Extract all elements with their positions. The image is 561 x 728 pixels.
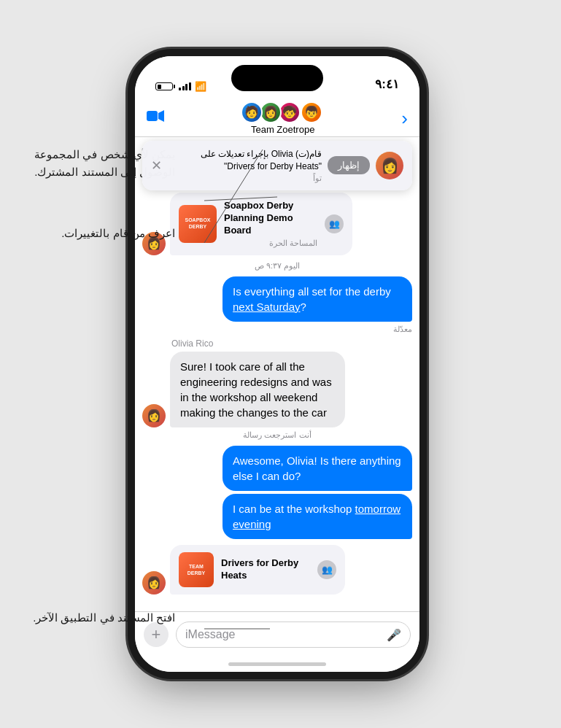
msg-olivia-bubble: Sure! I took care of all the engineering…: [170, 352, 345, 427]
bottom-doc-thumb: TEAMDERBY: [179, 552, 214, 587]
doc-subtitle: المساحة الحرة: [224, 239, 317, 248]
signal-bar-1: [179, 88, 181, 90]
olivia-avatar-2: 👩: [142, 404, 166, 427]
bottom-doc-row: 👩 TEAMDERBY Drivers for Derby Heats 👥: [142, 545, 412, 595]
signal-bars: [179, 82, 191, 90]
bottom-doc-share-icon[interactable]: 👥: [317, 560, 336, 579]
signal-bar-4: [189, 82, 191, 90]
status-icons: 📶: [155, 81, 206, 92]
svg-rect-0: [147, 111, 158, 121]
message-input-wrapper[interactable]: iMessage 🎤: [176, 621, 411, 648]
avatar-4: 👦: [301, 101, 322, 123]
notif-show-button[interactable]: إظهار: [328, 156, 370, 174]
msg-derby-text: Is everything all set for the derby: [233, 285, 391, 298]
nav-chevron[interactable]: ›: [401, 109, 408, 128]
edited-label: معدّلة: [142, 325, 412, 334]
dynamic-island: [231, 65, 323, 91]
msg-awesome-bubble: Awesome, Olivia! Is there anything else …: [223, 446, 412, 491]
nav-title: Team Zoetrope: [251, 124, 314, 135]
svg-marker-1: [158, 110, 164, 122]
avatar-3: 🧒: [279, 101, 301, 123]
nav-avatars: 🧑 👩 🧒 👦: [244, 101, 322, 123]
msg-derby-after: ?: [301, 301, 306, 313]
battery-fill: [158, 85, 161, 89]
battery-body: [155, 82, 173, 90]
msg-olivia-row: 👩 Sure! I took care of all the engineeri…: [142, 352, 412, 427]
msg-workshop-text: I can be at the workshop: [233, 503, 355, 515]
avatar-2: 👩: [260, 101, 282, 123]
olivia-sender-name: Olivia Rico: [171, 338, 412, 349]
bottom-doc-title: Drivers for Derby Heats: [221, 557, 310, 582]
olivia-avatar-3: 👩: [142, 571, 166, 595]
battery-tip: [174, 85, 175, 88]
notif-close-icon[interactable]: ✕: [151, 158, 162, 174]
notification-banner[interactable]: ✕ قام‌(ت) Olivia بإجراء تعديلات على "Dri…: [142, 141, 412, 190]
notif-text: قام‌(ت) Olivia بإجراء تعديلات على "Drive…: [168, 148, 322, 173]
shared-doc-card[interactable]: SOAPBOXDERBY Soapbox Derby Planning Demo…: [170, 193, 352, 255]
doc-info: Soapbox Derby Planning Demo Board المساح…: [224, 200, 317, 248]
msg-derby-bubble: Is everything all set for the derby next…: [223, 276, 412, 322]
mic-button[interactable]: 🎤: [387, 628, 401, 642]
msg-derby-row: Is everything all set for the derby next…: [142, 276, 412, 322]
input-placeholder: iMessage: [185, 628, 387, 641]
video-call-icon[interactable]: [147, 109, 164, 126]
msg-derby-link: next Saturday: [233, 301, 301, 313]
recovered-label: أنت استرجعت رسالة: [142, 430, 412, 440]
nav-center[interactable]: 🧑 👩 🧒 👦 Team Zoetrope: [244, 101, 322, 135]
nav-bar: 🧑 👩 🧒 👦 Team Zoetrope ›: [135, 99, 419, 137]
signal-bar-3: [185, 84, 187, 90]
phone-frame: 📶 ٩:٤١ 🧑 👩 🧒 👦 Team Zoetrope › ✕ قام‌(ت)…: [135, 56, 419, 672]
avatar-1: 🧑: [241, 101, 263, 123]
shared-doc-row: 👩 SOAPBOXDERBY Soapbox Derby Planning De…: [142, 193, 412, 255]
annotation-3: افتح المستند في التطبيق الآخر.: [29, 609, 175, 627]
signal-bar-2: [182, 86, 185, 90]
notif-subtext: تواً: [168, 174, 322, 183]
timestamp-1: اليوم ٩:٣٧ ص: [142, 261, 412, 271]
notif-avatar: 👩: [376, 152, 403, 179]
chat-area[interactable]: 👩 SOAPBOXDERBY Soapbox Derby Planning De…: [135, 184, 419, 611]
bottom-doc-card[interactable]: TEAMDERBY Drivers for Derby Heats 👥: [170, 545, 345, 595]
bottom-doc-info: Drivers for Derby Heats: [221, 557, 310, 582]
annotation-2: اعرف من قام بالتغييرات.: [44, 225, 175, 242]
status-time: ٩:٤١: [375, 77, 399, 92]
battery-icon: [155, 82, 175, 90]
wifi-icon: 📶: [195, 81, 206, 92]
doc-title: Soapbox Derby Planning Demo Board: [224, 200, 317, 237]
doc-share-icon[interactable]: 👥: [325, 214, 344, 233]
notif-content: قام‌(ت) Olivia بإجراء تعديلات على "Drive…: [168, 148, 322, 183]
msg-awesome-row: Awesome, Olivia! Is there anything else …: [142, 446, 412, 491]
home-indicator: [228, 662, 326, 666]
msg-workshop-bubble: I can be at the workshop tomorrow evenin…: [223, 494, 412, 539]
msg-workshop-row: I can be at the workshop tomorrow evenin…: [142, 494, 412, 539]
doc-thumbnail: SOAPBOXDERBY: [179, 205, 217, 243]
